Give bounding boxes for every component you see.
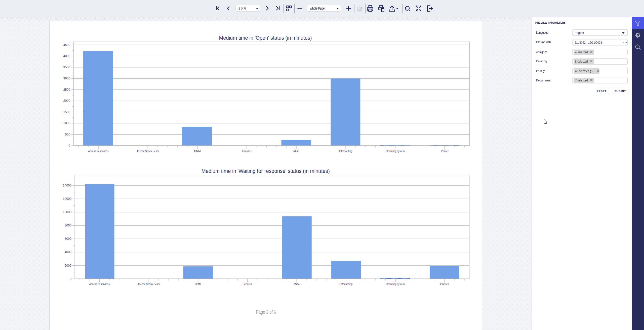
svg-text:Licenses: Licenses	[242, 149, 252, 153]
svg-text:Medium time in 'Open' status (: Medium time in 'Open' status (in minutes…	[219, 35, 312, 41]
svg-text:2500: 2500	[63, 88, 70, 91]
svg-text:3000: 3000	[63, 77, 70, 80]
svg-text:12000: 12000	[63, 197, 71, 201]
svg-text:Axence Secure Team: Axence Secure Team	[138, 282, 160, 286]
svg-text:CRM: CRM	[194, 149, 200, 153]
svg-text:Offboarding: Offboarding	[339, 282, 352, 286]
svg-text:0: 0	[68, 144, 70, 148]
svg-text:0: 0	[70, 277, 71, 281]
svg-text:Axence Secure Team: Axence Secure Team	[137, 149, 159, 153]
svg-text:Licenses: Licenses	[243, 282, 252, 286]
svg-text:Misc: Misc	[294, 282, 300, 286]
svg-text:Printer: Printer	[441, 149, 449, 153]
svg-text:3500: 3500	[63, 66, 70, 69]
svg-text:4500: 4500	[63, 43, 70, 47]
svg-text:Medium time in 'Waiting for re: Medium time in 'Waiting for response' st…	[202, 168, 330, 174]
svg-text:Operating system: Operating system	[386, 149, 405, 153]
svg-text:Misc: Misc	[293, 149, 299, 153]
svg-text:500: 500	[65, 133, 70, 136]
svg-text:10000: 10000	[63, 210, 71, 214]
svg-text:8000: 8000	[65, 224, 72, 227]
svg-text:6000: 6000	[65, 237, 72, 241]
svg-text:Access to services: Access to services	[89, 282, 110, 286]
svg-text:4000: 4000	[65, 250, 72, 254]
svg-text:1500: 1500	[63, 110, 70, 114]
svg-text:CRM: CRM	[195, 282, 201, 286]
svg-text:Page 3 of 6: Page 3 of 6	[256, 310, 276, 315]
svg-text:Printer: Printer	[440, 282, 449, 286]
svg-text:Operating system: Operating system	[386, 282, 405, 286]
svg-text:Offboarding: Offboarding	[339, 149, 352, 153]
svg-text:2000: 2000	[65, 264, 72, 267]
svg-text:4000: 4000	[63, 54, 70, 58]
svg-text:1000: 1000	[63, 121, 70, 125]
svg-text:14000: 14000	[63, 184, 71, 187]
svg-text:2000: 2000	[63, 99, 70, 103]
svg-text:Access to services: Access to services	[88, 149, 108, 153]
